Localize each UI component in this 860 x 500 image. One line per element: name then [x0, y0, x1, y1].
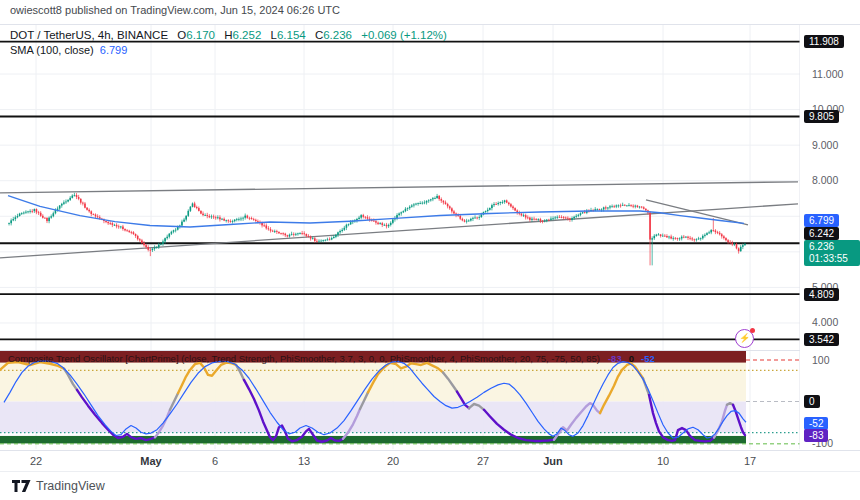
oscillator-line-badge: -83 [804, 429, 828, 442]
current-price-value: 6.236 [809, 241, 855, 253]
ohlc-low-value: 6.154 [277, 29, 306, 41]
ohlc-high-value: 6.252 [233, 29, 262, 41]
published-text: owiescott8 published on TradingView.com,… [10, 4, 340, 16]
published-bar: owiescott8 published on TradingView.com,… [0, 0, 860, 25]
price-line-badge: 3.542 [804, 333, 839, 346]
time-axis-label: 6 [212, 455, 218, 467]
oscillator-value-1: -83 [608, 353, 622, 364]
sma-legend: SMA (100, close)6.799 [10, 44, 127, 56]
price-line-badge: 11.908 [804, 35, 844, 48]
price-line-badge: 6.242 [804, 227, 839, 240]
price-axis-label: 8.000 [812, 174, 838, 186]
price-axis-label: 9.000 [812, 139, 838, 151]
time-axis-label: 27 [477, 455, 489, 467]
time-axis-label: May [140, 455, 161, 467]
chart-canvas[interactable] [0, 25, 860, 471]
chart-region: DOT / TetherUS, 4h, BINANCE O6.170 H6.25… [0, 25, 860, 471]
time-axis-label: Jun [543, 455, 563, 467]
oscillator-legend: Composite Trend Oscillator [ChartPrime] … [8, 353, 655, 364]
symbol-legend: DOT / TetherUS, 4h, BINANCE O6.170 H6.25… [10, 29, 447, 41]
price-line-badge: 9.805 [804, 110, 839, 123]
time-axis-label: 22 [30, 455, 42, 467]
current-price-badge: 6.23601:33:55 [804, 240, 860, 266]
tradingview-logo-icon [12, 480, 31, 492]
time-axis-label: 20 [387, 455, 399, 467]
oscillator-line-badge: 0 [804, 395, 820, 408]
oscillator-title: Composite Trend Oscillator [ChartPrime] … [8, 353, 600, 364]
price-axis-label: 11.000 [812, 68, 843, 80]
bottom-bar: TradingView [0, 471, 860, 500]
ohlc-open-label: O [177, 29, 186, 41]
tradingview-logo[interactable]: TradingView [12, 479, 105, 493]
price-line-badge: 4.809 [804, 288, 839, 301]
ohlc-close-label: C [315, 29, 323, 41]
oscillator-axis-label: 100 [812, 354, 830, 366]
tradingview-logo-text: TradingView [36, 479, 105, 493]
price-axis-label: 4.000 [812, 316, 838, 328]
ohlc-high-label: H [224, 29, 232, 41]
symbol-title: DOT / TetherUS, 4h, BINANCE [10, 29, 168, 41]
lightning-icon: ⚡ [739, 334, 750, 343]
oscillator-value-3: -52 [641, 353, 655, 364]
ohlc-open-value: 6.170 [186, 29, 215, 41]
oscillator-value-2: 0 [629, 353, 634, 364]
time-axis-label: 17 [744, 455, 756, 467]
notification-dot [750, 328, 755, 333]
sma-value: 6.799 [100, 44, 128, 56]
ohlc-close-value: 6.236 [323, 29, 352, 41]
ohlc-change: +0.069 (+1.12%) [361, 29, 447, 41]
time-axis-label: 10 [657, 455, 669, 467]
tradingview-snapshot: { "published_bar": { "text": "owiescott8… [0, 0, 860, 500]
price-axis[interactable]: 11.00010.0009.0008.0005.0004.000100-1001… [800, 25, 860, 450]
oscillator-line-badge: -52 [804, 417, 828, 430]
time-axis[interactable]: 22May6132027Jun1017 [0, 450, 860, 472]
time-axis-label: 13 [298, 455, 310, 467]
bar-countdown: 01:33:55 [809, 253, 855, 265]
flash-idea-marker[interactable]: ⚡ [735, 329, 754, 348]
sma-label: SMA (100, close) [10, 44, 94, 56]
price-line-badge: 6.799 [804, 214, 839, 227]
